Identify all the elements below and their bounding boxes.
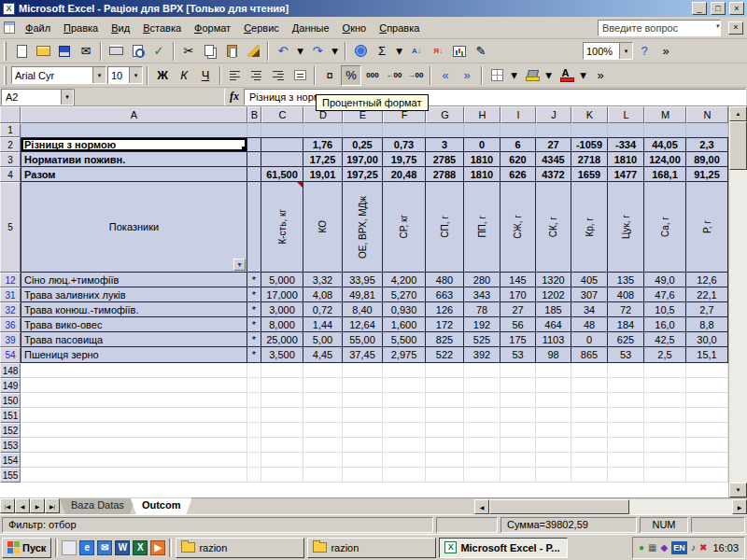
cell-H2[interactable]: 0 (464, 137, 500, 152)
merge-and-center-button[interactable] (289, 65, 310, 86)
cell-B154[interactable] (247, 453, 261, 468)
insert-hyperlink-button[interactable] (350, 41, 371, 62)
menu-file[interactable]: Файл (19, 20, 57, 36)
name-box[interactable]: A2 ▾ (1, 89, 74, 105)
cell-F4[interactable]: 20,48 (383, 167, 426, 182)
column-header-L[interactable]: L (608, 106, 644, 123)
row-header-54[interactable]: 54 (0, 347, 21, 363)
cell-K148[interactable] (571, 363, 608, 378)
row-header-31[interactable]: 31 (0, 287, 21, 302)
cell-B153[interactable] (247, 438, 261, 453)
cell-L3[interactable]: 1810 (608, 152, 644, 167)
cell-B54[interactable]: * (247, 347, 261, 363)
open-button[interactable] (33, 41, 53, 62)
status-monitor-icon[interactable]: ● (639, 543, 644, 553)
cell-H5[interactable]: ПП, г (464, 182, 500, 273)
cell-C5[interactable]: К-сть, кг (261, 182, 303, 273)
cell-I153[interactable] (500, 438, 536, 453)
menu-window[interactable]: Окно (336, 20, 374, 36)
cell-G12[interactable]: 480 (426, 273, 464, 287)
cell-N3[interactable]: 89,00 (686, 152, 728, 167)
cell-K36[interactable]: 48 (571, 317, 608, 332)
cell-N153[interactable] (686, 438, 728, 453)
toolbar-options-formatting-button[interactable]: » (590, 65, 611, 86)
align-left-button[interactable] (225, 65, 246, 86)
cell-K1[interactable] (571, 123, 608, 137)
cell-F149[interactable] (383, 378, 426, 393)
cell-J5[interactable]: СК, г (536, 182, 571, 273)
horizontal-scroll-track[interactable] (629, 499, 732, 514)
cell-E148[interactable] (343, 363, 383, 378)
italic-button[interactable]: К (174, 65, 194, 86)
cell-A5[interactable]: Показники▼ (21, 182, 247, 273)
menu-format[interactable]: Формат (188, 20, 237, 36)
align-right-button[interactable] (268, 65, 289, 86)
column-header-N[interactable]: N (686, 106, 728, 123)
cell-G36[interactable]: 172 (426, 317, 464, 332)
cell-M154[interactable] (644, 453, 686, 468)
scroll-up-icon[interactable]: ▲ (729, 106, 747, 121)
row-header-2[interactable]: 2 (0, 137, 21, 152)
autofilter-dropdown[interactable]: ▼ (233, 259, 246, 271)
row-header-3[interactable]: 3 (0, 152, 21, 167)
cell-A31[interactable]: Трава заливних луків (21, 287, 247, 302)
cell-F54[interactable]: 2,975 (383, 347, 426, 363)
cell-N150[interactable] (686, 393, 728, 408)
minimize-button[interactable]: _ (692, 2, 707, 15)
internet-explorer-icon[interactable]: e (79, 540, 94, 555)
save-button[interactable] (54, 41, 75, 62)
cell-D39[interactable]: 5,00 (303, 332, 343, 347)
cell-F150[interactable] (383, 393, 426, 408)
cell-J154[interactable] (536, 453, 571, 468)
close-button[interactable]: × (729, 2, 744, 15)
cell-E152[interactable] (343, 423, 383, 438)
first-sheet-button[interactable]: |◀ (0, 498, 15, 513)
format-painter-button[interactable] (243, 41, 263, 62)
excel-icon[interactable]: X (133, 540, 148, 555)
cell-N152[interactable] (686, 423, 728, 438)
column-header-B[interactable]: B (247, 106, 261, 123)
cell-L4[interactable]: 1477 (608, 167, 644, 182)
cell-D1[interactable] (303, 123, 343, 137)
row-header-148[interactable]: 148 (0, 363, 21, 378)
cell-N149[interactable] (686, 378, 728, 393)
cell-C3[interactable] (261, 152, 303, 167)
cell-G32[interactable]: 126 (426, 302, 464, 317)
font-color-button[interactable] (556, 65, 576, 86)
cell-G154[interactable] (426, 453, 464, 468)
cell-D31[interactable]: 4,08 (303, 287, 343, 302)
cell-B36[interactable]: * (247, 317, 261, 332)
redo-button[interactable]: ↷ (307, 41, 328, 62)
help-button[interactable]: ? (634, 41, 655, 62)
cell-G155[interactable] (426, 468, 464, 483)
cell-H39[interactable]: 525 (464, 332, 500, 347)
cell-F153[interactable] (383, 438, 426, 453)
workbook-close-button[interactable]: × (728, 21, 743, 35)
cell-J3[interactable]: 4345 (536, 152, 571, 167)
formula-bar-splitter[interactable] (74, 89, 225, 105)
zoom-combobox[interactable]: 100%▾ (583, 42, 633, 60)
cell-E154[interactable] (343, 453, 383, 468)
workbook-icon[interactable] (4, 21, 15, 34)
cell-N148[interactable] (686, 363, 728, 378)
cell-E153[interactable] (343, 438, 383, 453)
autosum-button[interactable]: Σ (372, 41, 392, 62)
cell-C148[interactable] (261, 363, 303, 378)
cell-J148[interactable] (536, 363, 571, 378)
undo-options-dropdown[interactable]: ▾ (294, 41, 306, 62)
menu-edit[interactable]: Правка (57, 20, 105, 36)
cell-G149[interactable] (426, 378, 464, 393)
sort-ascending-button[interactable]: А↓ (406, 41, 427, 62)
cell-C39[interactable]: 25,000 (261, 332, 303, 347)
cell-F152[interactable] (383, 423, 426, 438)
cell-G3[interactable]: 2785 (426, 152, 464, 167)
cell-A1[interactable] (21, 123, 247, 137)
cell-C154[interactable] (261, 453, 303, 468)
cell-L5[interactable]: Цук, г (608, 182, 644, 273)
cell-N155[interactable] (686, 468, 728, 483)
cell-E32[interactable]: 8,40 (343, 302, 383, 317)
zoom-dropdown-icon[interactable]: ▾ (619, 43, 632, 59)
cell-F148[interactable] (383, 363, 426, 378)
cell-C153[interactable] (261, 438, 303, 453)
cell-D5[interactable]: КО (303, 182, 343, 273)
